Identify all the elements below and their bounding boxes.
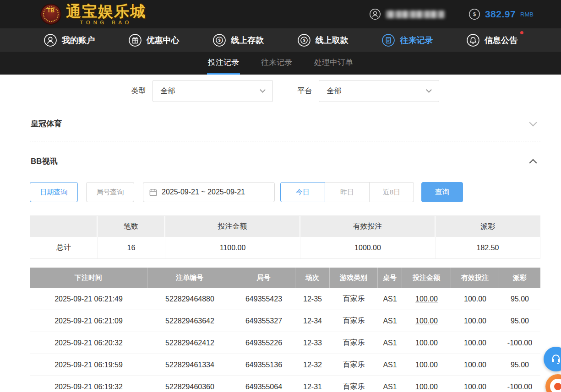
game-cell: 百家乐 <box>330 288 378 310</box>
payout-cell: -100.00 <box>499 376 540 392</box>
table-no-cell: AS1 <box>378 310 402 332</box>
round-query-button[interactable]: 局号查询 <box>86 182 134 202</box>
nav-my-account[interactable]: 我的账户 <box>44 33 95 47</box>
username-blurred <box>386 11 445 18</box>
section-title: BB视讯 <box>31 156 58 166</box>
bet-no-cell: 522829463642 <box>147 310 232 332</box>
summary-table: 笔数 投注金额 有效投注 派彩 总计 16 1100.00 1000.00 18… <box>30 215 540 259</box>
balance-amount: 382.97 <box>485 9 516 20</box>
user-chip[interactable] <box>369 8 445 20</box>
last-8-days-button[interactable]: 近8日 <box>369 182 414 202</box>
today-button[interactable]: 今日 <box>280 182 325 202</box>
nav-promotions[interactable]: 优惠中心 <box>128 33 180 47</box>
summary-payout: 182.50 <box>436 237 540 258</box>
time-cell: 2025-09-21 06:19:32 <box>30 376 147 392</box>
logo-badge: TB <box>47 7 54 14</box>
bet-no-cell: 522829464880 <box>147 288 232 310</box>
col-header-session: 场次 <box>295 268 330 288</box>
records-icon <box>381 33 395 47</box>
section-bb-video[interactable]: BB视讯 <box>30 153 540 169</box>
summary-total-row: 总计 16 1100.00 1000.00 182.50 <box>30 237 540 258</box>
chevron-down-icon[interactable] <box>529 118 537 126</box>
table-no-cell: AS1 <box>378 354 402 376</box>
headset-icon <box>550 353 561 365</box>
bet-amount-link[interactable]: 100.00 <box>402 310 451 332</box>
nav-announcements[interactable]: 信息公告 <box>466 33 517 47</box>
summary-count: 16 <box>98 237 165 258</box>
col-header-payout: 派彩 <box>499 268 540 288</box>
bet-table: 下注时间 注单编号 局号 场次 游戏类别 桌号 投注金额 有效投注 派彩 202… <box>30 268 540 392</box>
table-no-cell: AS1 <box>378 332 402 354</box>
valid-bet-cell: 100.00 <box>451 288 499 310</box>
calendar-icon <box>149 188 158 197</box>
wallet-icon: $ <box>468 8 480 20</box>
summary-valid-bet: 1000.00 <box>300 237 436 258</box>
time-cell: 2025-09-21 06:19:59 <box>30 354 147 376</box>
content: 类型 全部 平台 全部 皇冠体育 BB视讯 日期查询 局号查询 <box>0 80 561 392</box>
type-select[interactable]: 全部 <box>153 80 273 102</box>
bet-amount-link[interactable]: 100.00 <box>402 354 451 376</box>
header-right: $ 382.97 RMB <box>369 8 534 20</box>
svg-text:$: $ <box>218 38 221 43</box>
date-range-value: 2025-09-21 ~ 2025-09-21 <box>162 188 245 196</box>
chevron-up-icon[interactable] <box>529 159 537 167</box>
bet-no-cell: 522829460360 <box>147 376 232 392</box>
summary-header-count: 笔数 <box>98 216 165 237</box>
table-row: 2025-09-21 06:21:09 522829463642 6493553… <box>30 310 540 332</box>
tab-transaction-records[interactable]: 往来记录 <box>260 52 293 75</box>
round-no-cell: 649355226 <box>232 332 295 354</box>
nav-deposit[interactable]: $ 线上存款 <box>212 33 264 47</box>
search-button[interactable]: 查询 <box>421 182 463 202</box>
col-header-bet-no: 注单编号 <box>147 268 232 288</box>
yesterday-button[interactable]: 昨日 <box>325 182 370 202</box>
table-row: 2025-09-21 06:19:59 522829461334 6493551… <box>30 354 540 376</box>
announcement-icon <box>466 33 480 47</box>
nav-withdraw[interactable]: $ 线上取款 <box>297 33 349 47</box>
chevron-down-icon <box>426 87 432 93</box>
svg-text:$: $ <box>473 11 476 17</box>
section-crown-sports[interactable]: 皇冠体育 <box>30 113 540 141</box>
summary-header-valid-bet: 有效投注 <box>300 216 436 237</box>
summary-corner-cell <box>30 216 98 237</box>
nav-label: 我的账户 <box>62 35 95 46</box>
payout-cell: 95.00 <box>499 354 540 376</box>
table-no-cell: AS1 <box>378 376 402 392</box>
balance: $ 382.97 RMB <box>468 8 534 20</box>
table-no-cell: AS1 <box>378 288 402 310</box>
user-icon <box>369 8 381 20</box>
logo-coin-icon: TB <box>40 4 61 25</box>
nav-label: 优惠中心 <box>147 35 180 46</box>
query-toolbar: 日期查询 局号查询 2025-09-21 ~ 2025-09-21 今日 昨日 … <box>30 182 540 202</box>
nav-transaction-records[interactable]: 往来记录 <box>381 33 433 47</box>
date-range-input[interactable]: 2025-09-21 ~ 2025-09-21 <box>143 182 275 202</box>
bet-amount-link[interactable]: 100.00 <box>402 288 451 310</box>
quick-date-group: 今日 昨日 近8日 <box>280 182 414 202</box>
bet-amount-link[interactable]: 100.00 <box>402 376 451 392</box>
bet-no-cell: 522829461334 <box>147 354 232 376</box>
notification-dot <box>520 31 523 34</box>
valid-bet-cell: 100.00 <box>451 310 499 332</box>
platform-label: 平台 <box>298 86 312 96</box>
bet-no-cell: 522829462412 <box>147 332 232 354</box>
time-cell: 2025-09-21 06:20:32 <box>30 332 147 354</box>
tab-processing-orders[interactable]: 处理中订单 <box>313 52 354 75</box>
record-tabs: 投注记录 往来记录 处理中订单 <box>0 52 561 75</box>
type-filter-group: 类型 全部 <box>131 80 273 102</box>
nav-label: 信息公告 <box>485 35 517 46</box>
bet-amount-link[interactable]: 100.00 <box>402 332 451 354</box>
main-nav: 我的账户 优惠中心 $ 线上存款 $ 线上取款 <box>0 28 561 52</box>
summary-header-row: 笔数 投注金额 有效投注 派彩 <box>30 216 540 237</box>
table-row: 2025-09-21 06:19:32 522829460360 6493550… <box>30 376 540 392</box>
session-cell: 12-32 <box>295 354 330 376</box>
time-cell: 2025-09-21 06:21:49 <box>30 288 147 310</box>
date-query-button[interactable]: 日期查询 <box>30 182 78 202</box>
withdraw-icon: $ <box>297 33 311 47</box>
tab-bet-records[interactable]: 投注记录 <box>207 52 240 75</box>
col-header-valid-bet: 有效投注 <box>451 268 499 288</box>
svg-text:$: $ <box>303 38 305 43</box>
platform-filter-group: 平台 全部 <box>298 80 439 102</box>
payout-cell: -100.00 <box>499 332 540 354</box>
summary-bet-amount: 1100.00 <box>165 237 300 258</box>
platform-select[interactable]: 全部 <box>319 80 439 102</box>
summary-header-bet-amount: 投注金额 <box>165 216 300 237</box>
